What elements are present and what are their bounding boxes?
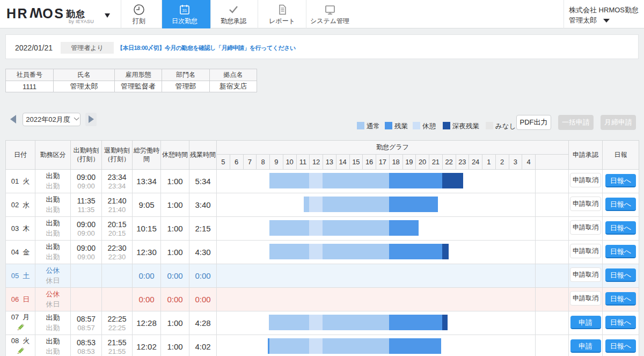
svg-text:31: 31 — [182, 8, 187, 13]
